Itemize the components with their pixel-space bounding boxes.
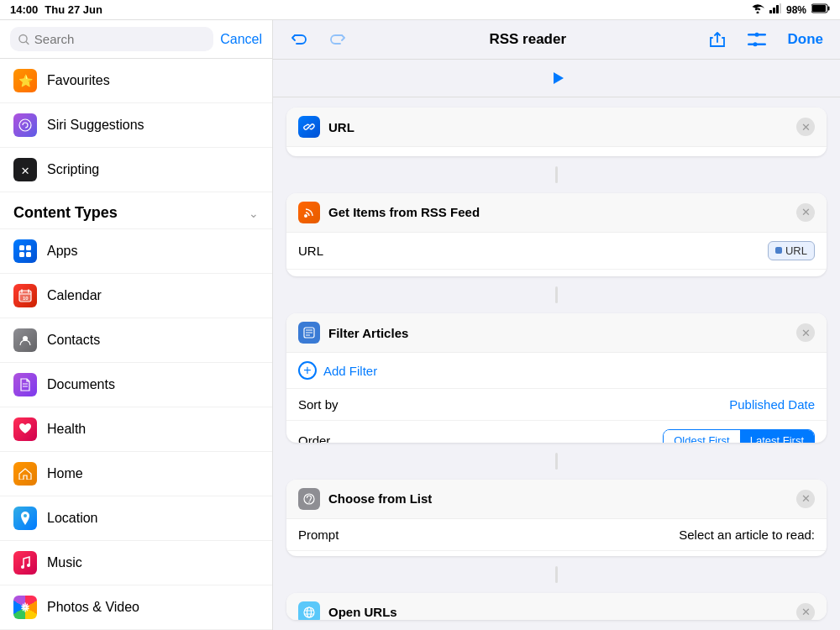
choose-action-icon xyxy=(298,488,320,510)
svg-line-8 xyxy=(26,41,29,44)
apps-icon xyxy=(13,239,37,263)
sidebar-item-apps[interactable]: Apps xyxy=(0,229,272,274)
order-segmented-control[interactable]: Oldest First Latest First xyxy=(663,429,815,442)
location-label: Location xyxy=(47,511,98,526)
rss-url-row: URL URL xyxy=(286,233,827,270)
search-input[interactable] xyxy=(34,32,205,46)
oldest-first-button[interactable]: Oldest First xyxy=(664,430,739,442)
rss-action-icon xyxy=(298,202,320,223)
search-input-wrapper[interactable] xyxy=(10,27,213,51)
svg-rect-12 xyxy=(19,252,24,257)
svg-rect-10 xyxy=(19,245,24,250)
svg-rect-1 xyxy=(773,8,775,13)
sidebar: Cancel ⭐ Favourites Siri Suggestions xyxy=(0,20,273,630)
rss-close-button[interactable]: ✕ xyxy=(796,203,815,222)
url-action-title: URL xyxy=(328,120,354,134)
workflow-area: URL ✕ URL https://applemust.com/feed/ xyxy=(273,97,840,630)
panel-header: RSS reader xyxy=(273,20,840,60)
choose-action-title: Choose from List xyxy=(328,491,432,506)
add-filter-row[interactable]: + Add Filter xyxy=(286,353,827,389)
sidebar-item-scripting[interactable]: ✕ Scripting xyxy=(0,148,272,192)
battery-icon xyxy=(811,3,830,16)
documents-icon xyxy=(13,373,37,396)
open-urls-action-title: Open URLs xyxy=(328,605,397,619)
sidebar-item-siri[interactable]: Siri Suggestions xyxy=(0,103,272,148)
search-icon xyxy=(18,34,29,45)
calendar-label: Calendar xyxy=(47,288,102,303)
prompt-label: Prompt xyxy=(298,528,339,542)
url-close-button[interactable]: ✕ xyxy=(796,118,815,136)
latest-first-button[interactable]: Latest First xyxy=(740,430,814,442)
svg-line-35 xyxy=(308,126,311,129)
redo-button[interactable] xyxy=(325,27,350,52)
svg-rect-2 xyxy=(776,5,779,13)
add-filter-circle: + xyxy=(298,361,317,380)
sidebar-list: ⭐ Favourites Siri Suggestions ✕ Script xyxy=(0,59,272,630)
sidebar-item-health[interactable]: Health xyxy=(0,407,272,452)
chevron-down-icon[interactable]: ⌄ xyxy=(249,207,259,220)
choose-close-button[interactable]: ✕ xyxy=(796,490,815,508)
sidebar-item-home[interactable]: Home xyxy=(0,452,272,496)
music-label: Music xyxy=(47,555,82,570)
svg-rect-0 xyxy=(769,10,772,13)
music-icon xyxy=(13,551,37,575)
calendar-icon: 10 xyxy=(13,284,37,307)
svg-rect-11 xyxy=(26,245,31,250)
section-header-content-types: Content Types ⌄ xyxy=(0,192,272,229)
url-badge[interactable]: URL xyxy=(768,241,815,260)
prompt-row: Prompt Select an article to read: xyxy=(286,519,827,551)
url-action-card: URL ✕ URL https://applemust.com/feed/ xyxy=(286,108,827,156)
svg-point-23 xyxy=(24,514,27,517)
select-multiple-row: Select Multiple xyxy=(286,551,827,556)
url-row-label: URL xyxy=(298,155,323,156)
favourites-icon: ⭐ xyxy=(13,69,37,92)
header-left xyxy=(286,27,350,52)
sidebar-item-photos[interactable]: Photos & Video xyxy=(0,585,272,630)
sidebar-item-calendar[interactable]: 10 Calendar xyxy=(0,274,272,318)
home-icon xyxy=(13,462,37,486)
sidebar-item-documents[interactable]: Documents xyxy=(0,363,272,407)
url-value-row: URL https://applemust.com/feed/ xyxy=(286,147,827,156)
undo-button[interactable] xyxy=(286,27,312,52)
scripting-label: Scripting xyxy=(47,162,99,177)
filter-action-header: Filter Articles ✕ xyxy=(286,313,827,353)
right-panel: RSS reader xyxy=(273,20,840,630)
health-icon xyxy=(13,417,37,441)
choose-action-card: Choose from List ✕ Prompt Select an arti… xyxy=(286,480,827,556)
open-urls-action-icon xyxy=(298,601,320,620)
contacts-label: Contacts xyxy=(47,333,100,348)
settings-button[interactable] xyxy=(743,27,770,52)
filter-action-title: Filter Articles xyxy=(328,326,408,340)
svg-point-24 xyxy=(21,565,24,569)
svg-rect-3 xyxy=(780,3,781,13)
sort-label: Sort by xyxy=(298,397,339,412)
siri-icon xyxy=(13,113,37,137)
sidebar-item-location[interactable]: Location xyxy=(0,496,272,541)
sidebar-item-favourites[interactable]: ⭐ Favourites xyxy=(0,59,272,103)
search-bar: Cancel xyxy=(0,20,272,59)
open-urls-close-button[interactable]: ✕ xyxy=(796,603,815,620)
share-button[interactable] xyxy=(705,27,730,52)
done-button[interactable]: Done xyxy=(784,28,827,51)
favourites-label: Favourites xyxy=(47,73,110,88)
filter-action-icon xyxy=(298,322,320,344)
photos-label: Photos & Video xyxy=(47,600,139,615)
scripting-icon: ✕ xyxy=(13,158,37,181)
svg-point-9 xyxy=(19,119,31,131)
main-container: Cancel ⭐ Favourites Siri Suggestions xyxy=(0,20,840,630)
sidebar-item-contacts[interactable]: Contacts xyxy=(0,318,272,363)
rss-count-row: Get 10 Items − + xyxy=(286,270,827,277)
cancel-button[interactable]: Cancel xyxy=(220,32,262,47)
rss-url-label: URL xyxy=(298,244,323,258)
siri-label: Siri Suggestions xyxy=(47,118,144,133)
url-action-icon xyxy=(298,116,320,138)
filter-close-button[interactable]: ✕ xyxy=(796,323,815,342)
svg-rect-6 xyxy=(812,5,826,12)
prompt-value: Select an article to read: xyxy=(679,528,815,542)
documents-label: Documents xyxy=(47,377,115,392)
play-button[interactable] xyxy=(545,66,569,90)
svg-rect-13 xyxy=(26,252,31,257)
sort-value[interactable]: Published Date xyxy=(729,397,815,412)
sidebar-item-music[interactable]: Music xyxy=(0,541,272,585)
wifi-icon xyxy=(751,3,764,16)
